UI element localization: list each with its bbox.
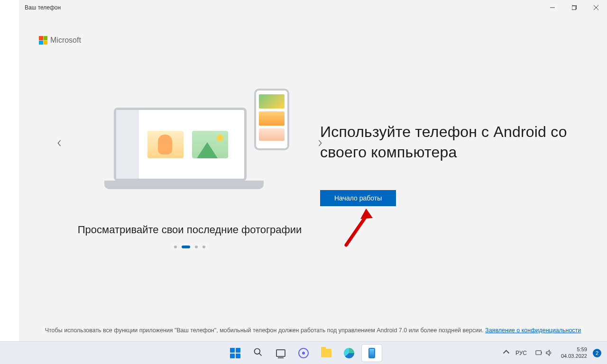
hero-pane: Используйте телефон с Android со своего … — [320, 122, 586, 206]
search-icon — [253, 347, 263, 359]
system-tray: РУС 5:59 04.03.2022 2 — [503, 342, 607, 364]
titlebar[interactable]: Ваш телефон — [19, 0, 607, 15]
carousel-dot-2[interactable] — [182, 246, 190, 248]
privacy-link[interactable]: Заявление о конфиденциальности — [485, 327, 581, 334]
windows-logo-icon — [230, 348, 240, 358]
carousel-caption: Просматривайте свои последние фотографии — [52, 224, 327, 236]
network-sound-button[interactable] — [533, 347, 555, 358]
hero-headline: Используйте телефон с Android со своего … — [320, 122, 586, 163]
start-button[interactable] — [225, 345, 245, 362]
folder-icon — [321, 349, 331, 357]
left-blank-strip — [0, 0, 19, 341]
tray-overflow-button[interactable] — [503, 348, 510, 357]
clock-date: 04.03.2022 — [561, 353, 587, 359]
taskbar[interactable]: РУС 5:59 04.03.2022 2 — [0, 341, 607, 364]
phone-illustration — [254, 89, 289, 150]
svg-rect-9 — [536, 351, 541, 355]
edge-icon — [344, 348, 354, 358]
your-phone-window: Ваш телефон Microsoft — [19, 0, 607, 341]
get-started-button[interactable]: Начало работы — [320, 190, 396, 206]
annotation-arrow-icon — [332, 205, 375, 247]
svg-rect-2 — [572, 6, 576, 10]
footnote-text: Чтобы использовать все функции приложени… — [45, 327, 485, 334]
carousel-dots — [52, 246, 327, 248]
your-phone-taskbar-button[interactable] — [362, 345, 382, 362]
svg-point-7 — [255, 348, 260, 354]
svg-line-5 — [346, 216, 366, 245]
chat-button[interactable] — [294, 345, 313, 362]
minimize-button[interactable] — [542, 0, 563, 15]
svg-marker-11 — [546, 350, 550, 355]
carousel-dot-3[interactable] — [195, 246, 198, 248]
footnote: Чтобы использовать все функции приложени… — [19, 327, 607, 334]
file-explorer-button[interactable] — [316, 345, 336, 362]
microsoft-logo-icon — [39, 36, 47, 45]
network-icon — [535, 349, 543, 356]
task-view-icon — [276, 349, 285, 357]
clock-time: 5:59 — [561, 346, 587, 353]
onboarding-carousel: Просматривайте свои последние фотографии — [52, 82, 327, 248]
carousel-prev-button[interactable] — [52, 136, 66, 150]
task-view-button[interactable] — [271, 345, 291, 362]
svg-line-8 — [259, 353, 262, 355]
close-button[interactable] — [585, 0, 607, 15]
taskbar-search-button[interactable] — [248, 345, 268, 362]
chat-icon — [298, 348, 309, 358]
clock-button[interactable]: 5:59 04.03.2022 — [561, 346, 587, 359]
edge-button[interactable] — [339, 345, 359, 362]
carousel-dot-4[interactable] — [202, 246, 205, 248]
laptop-illustration — [104, 108, 256, 198]
microsoft-logo: Microsoft — [39, 36, 81, 45]
volume-icon — [545, 349, 552, 356]
phone-icon — [368, 348, 375, 358]
window-title: Ваш телефон — [25, 4, 61, 11]
carousel-dot-1[interactable] — [174, 246, 177, 248]
svg-marker-6 — [360, 209, 373, 219]
carousel-illustration — [104, 89, 275, 198]
notification-badge[interactable]: 2 — [593, 349, 601, 357]
maximize-button[interactable] — [563, 0, 585, 15]
microsoft-logo-text: Microsoft — [50, 36, 81, 45]
language-indicator[interactable]: РУС — [515, 350, 527, 356]
